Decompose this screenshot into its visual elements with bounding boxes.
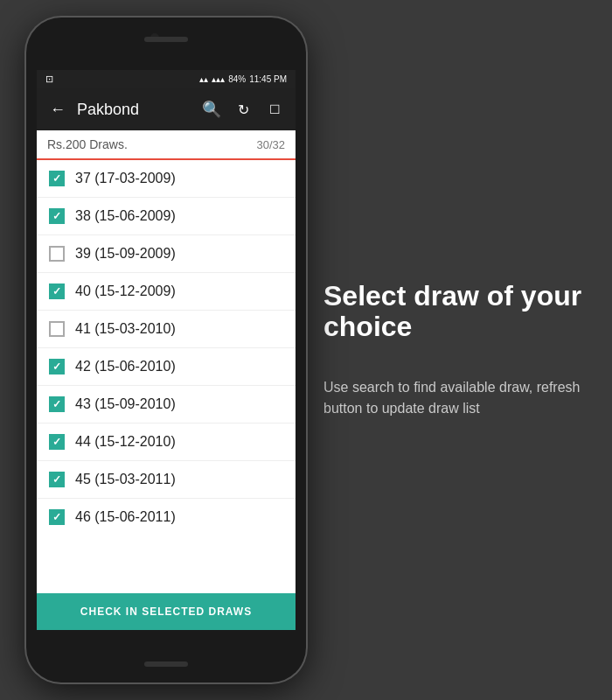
draw-label: 41 (15-03-2010) <box>75 321 176 337</box>
draw-label: 43 (15-09-2010) <box>75 396 176 412</box>
draw-checkbox[interactable] <box>49 434 65 450</box>
list-header: Rs.200 Draws. 30/32 <box>37 130 296 160</box>
phone-screen: ⊡ ▴▴ ▴▴▴ 84% 11:45 PM ← Pakbond 🔍 ↻ ☐ <box>37 70 296 630</box>
draw-label: 38 (15-06-2009) <box>75 208 176 224</box>
back-button[interactable]: ← <box>45 101 70 119</box>
draw-label: 44 (15-12-2010) <box>75 434 176 450</box>
draw-label: 46 (15-06-2011) <box>75 509 176 525</box>
draw-checkbox[interactable] <box>49 246 65 262</box>
right-panel: Select draw of your choice Use search to… <box>306 255 612 445</box>
list-count: 30/32 <box>256 138 285 151</box>
draw-label: 37 (17-03-2009) <box>75 171 176 186</box>
refresh-button[interactable]: ↻ <box>231 102 255 118</box>
headline-text: Select draw of your choice <box>323 281 586 342</box>
phone-home-button <box>144 662 188 667</box>
status-left-icon: ⊡ <box>45 74 53 85</box>
list-item[interactable]: 38 (15-06-2009) <box>37 198 296 235</box>
draw-checkbox[interactable] <box>49 472 65 487</box>
list-item[interactable]: 40 (15-12-2009) <box>37 273 296 311</box>
app-title: Pakbond <box>77 101 192 119</box>
subtext: Use search to find available draw, refre… <box>323 377 586 419</box>
wifi-icon: ▴▴ <box>199 74 208 84</box>
phone-speaker <box>144 37 188 42</box>
draw-list-container: 37 (17-03-2009)38 (15-06-2009)39 (15-09-… <box>37 160 296 630</box>
draw-checkbox[interactable] <box>49 284 65 299</box>
list-item[interactable]: 43 (15-09-2010) <box>37 386 296 424</box>
draw-list: 37 (17-03-2009)38 (15-06-2009)39 (15-09-… <box>37 160 296 593</box>
app-toolbar: ← Pakbond 🔍 ↻ ☐ <box>37 88 296 130</box>
list-item[interactable]: 42 (15-06-2010) <box>37 348 296 386</box>
check-in-button[interactable]: CHECK IN SELECTED DRAWS <box>37 593 296 630</box>
search-button[interactable]: 🔍 <box>199 100 224 119</box>
list-item[interactable]: 37 (17-03-2009) <box>37 160 296 198</box>
draw-label: 45 (15-03-2011) <box>75 472 176 487</box>
time-display: 11:45 PM <box>249 74 287 84</box>
list-item[interactable]: 45 (15-03-2011) <box>37 461 296 499</box>
draw-checkbox[interactable] <box>49 396 65 412</box>
checkmark-button[interactable]: ☐ <box>262 102 287 116</box>
draw-label: 40 (15-12-2009) <box>75 284 176 299</box>
draw-checkbox[interactable] <box>49 208 65 224</box>
draw-checkbox[interactable] <box>49 509 65 525</box>
draw-label: 42 (15-06-2010) <box>75 359 176 374</box>
list-item[interactable]: 44 (15-12-2010) <box>37 424 296 461</box>
list-item[interactable]: 41 (15-03-2010) <box>37 311 296 348</box>
list-label: Rs.200 Draws. <box>47 137 128 151</box>
list-item[interactable]: 39 (15-09-2009) <box>37 235 296 273</box>
list-item[interactable]: 46 (15-06-2011) <box>37 499 296 536</box>
draw-checkbox[interactable] <box>49 171 65 186</box>
signal-icon: ▴▴▴ <box>212 74 225 84</box>
battery-indicator: 84% <box>228 74 246 84</box>
phone-shell: ⊡ ▴▴ ▴▴▴ 84% 11:45 PM ← Pakbond 🔍 ↻ ☐ <box>26 18 306 682</box>
draw-checkbox[interactable] <box>49 321 65 337</box>
status-bar: ⊡ ▴▴ ▴▴▴ 84% 11:45 PM <box>37 70 296 88</box>
draw-checkbox[interactable] <box>49 359 65 374</box>
draw-label: 39 (15-09-2009) <box>75 246 176 262</box>
